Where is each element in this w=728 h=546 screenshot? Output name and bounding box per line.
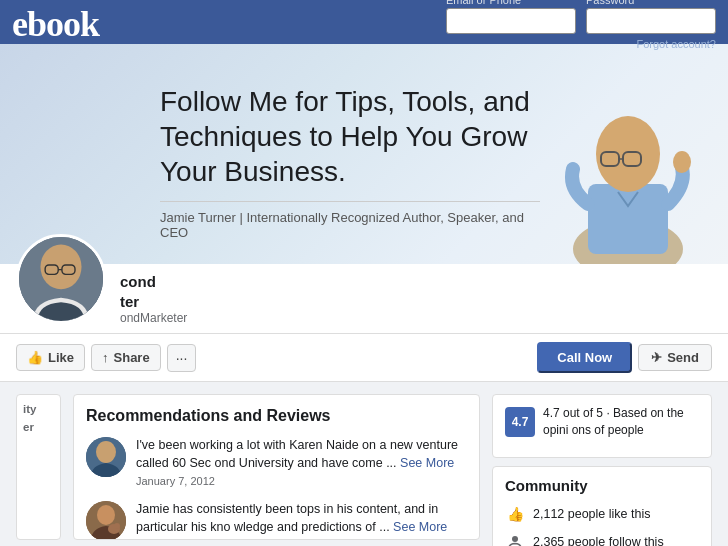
reviews-section: Recommendations and Reviews I've been wo… bbox=[73, 394, 480, 540]
forgot-account-link[interactable]: Forgot account? bbox=[586, 38, 716, 50]
password-field-group: Password Forgot account? bbox=[586, 0, 716, 50]
profile-name-line1: cond bbox=[120, 272, 712, 292]
cover-subtitle: Jamie Turner | Internationally Recognize… bbox=[160, 201, 540, 240]
action-bar: 👍 Like ↑ Share ··· Call Now ✈ Send bbox=[0, 334, 728, 382]
email-input[interactable] bbox=[446, 8, 576, 34]
avatar-person-svg bbox=[19, 237, 103, 321]
review-content-1: I've been working a lot with Karen Naide… bbox=[136, 437, 467, 487]
svg-point-15 bbox=[97, 505, 115, 525]
reviewer-2-avatar-svg bbox=[86, 501, 126, 540]
profile-avatar bbox=[16, 234, 106, 324]
share-icon: ↑ bbox=[102, 350, 109, 365]
svg-point-2 bbox=[596, 116, 660, 192]
right-column: 4.7 4.7 out of 5 · Based on the opini on… bbox=[492, 394, 712, 540]
reviewer-avatar-1 bbox=[86, 437, 126, 477]
send-label: Send bbox=[667, 350, 699, 365]
reviews-title: Recommendations and Reviews bbox=[86, 407, 467, 425]
facebook-logo: ebook bbox=[12, 6, 99, 42]
see-more-1[interactable]: See More bbox=[400, 456, 454, 470]
svg-point-18 bbox=[512, 536, 518, 542]
community-followers-item: 2,365 people follow this bbox=[505, 532, 699, 546]
svg-point-6 bbox=[673, 151, 691, 173]
community-likes-item: 👍 2,112 people like this bbox=[505, 504, 699, 524]
followers-icon-svg bbox=[507, 534, 523, 546]
like-label: Like bbox=[48, 350, 74, 365]
community-followers-count: 2,365 people follow this bbox=[533, 535, 664, 546]
community-box: Community 👍 2,112 people like this 2,365… bbox=[492, 466, 712, 546]
cover-background: Follow Me for Tips, Tools, and Technique… bbox=[0, 44, 728, 264]
share-label: Share bbox=[114, 350, 150, 365]
profile-name-line2: ter bbox=[120, 292, 712, 312]
community-likes-count: 2,112 people like this bbox=[533, 507, 650, 521]
like-button[interactable]: 👍 Like bbox=[16, 344, 85, 371]
svg-point-13 bbox=[96, 441, 116, 463]
see-more-2[interactable]: See More bbox=[393, 520, 447, 534]
reviewer-avatar-2 bbox=[86, 501, 126, 540]
more-options-button[interactable]: ··· bbox=[167, 344, 197, 372]
sidebar-item-1: ity bbox=[23, 403, 54, 415]
left-sidebar: ity er bbox=[16, 394, 61, 540]
cover-person-image bbox=[548, 54, 708, 264]
cover-area: Follow Me for Tips, Tools, and Technique… bbox=[0, 44, 728, 264]
avatar-inner bbox=[19, 237, 103, 321]
profile-section: cond ter ondMarketer bbox=[0, 264, 728, 334]
share-button[interactable]: ↑ Share bbox=[91, 344, 161, 371]
review-item-2: Jamie has consistently been tops in his … bbox=[86, 501, 467, 540]
header-auth: Email or Phone Password Forgot account? bbox=[446, 0, 716, 50]
review-item-1: I've been working a lot with Karen Naide… bbox=[86, 437, 467, 487]
review-text-1: I've been working a lot with Karen Naide… bbox=[136, 437, 467, 472]
main-content: ity er Recommendations and Reviews I've … bbox=[0, 382, 728, 546]
svg-rect-1 bbox=[588, 184, 668, 254]
email-field-group: Email or Phone bbox=[446, 0, 576, 34]
review-date-1: January 7, 2012 bbox=[136, 475, 467, 487]
reviewer-1-avatar-svg bbox=[86, 437, 126, 477]
rating-header: 4.7 4.7 out of 5 · Based on the opini on… bbox=[505, 405, 699, 439]
person-silhouette-svg bbox=[563, 64, 693, 264]
thumbs-up-community-icon: 👍 bbox=[505, 504, 525, 524]
email-label: Email or Phone bbox=[446, 0, 576, 6]
sidebar-item-2: er bbox=[23, 421, 54, 433]
profile-handle: ondMarketer bbox=[120, 311, 712, 325]
rating-box: 4.7 4.7 out of 5 · Based on the opini on… bbox=[492, 394, 712, 458]
svg-point-17 bbox=[114, 523, 120, 529]
rating-badge: 4.7 bbox=[505, 407, 535, 437]
password-input[interactable] bbox=[586, 8, 716, 34]
send-icon: ✈ bbox=[651, 350, 662, 365]
rating-text: 4.7 out of 5 · Based on the opini ons of… bbox=[543, 405, 699, 439]
call-now-button[interactable]: Call Now bbox=[537, 342, 632, 373]
review-text-2: Jamie has consistently been tops in his … bbox=[136, 501, 467, 536]
community-title: Community bbox=[505, 477, 699, 494]
svg-point-8 bbox=[40, 244, 81, 289]
send-button[interactable]: ✈ Send bbox=[638, 344, 712, 371]
thumbs-up-icon: 👍 bbox=[27, 350, 43, 365]
review-date-2: November 22, 2014 bbox=[136, 539, 467, 540]
review-content-2: Jamie has consistently been tops in his … bbox=[136, 501, 467, 540]
cover-headline: Follow Me for Tips, Tools, and Technique… bbox=[160, 84, 540, 189]
cover-text-block: Follow Me for Tips, Tools, and Technique… bbox=[160, 84, 540, 240]
password-label: Password bbox=[586, 0, 716, 6]
facebook-header: ebook Email or Phone Password Forgot acc… bbox=[0, 0, 728, 44]
person-wave-icon bbox=[505, 532, 525, 546]
profile-name-block: cond ter ondMarketer bbox=[120, 264, 712, 325]
